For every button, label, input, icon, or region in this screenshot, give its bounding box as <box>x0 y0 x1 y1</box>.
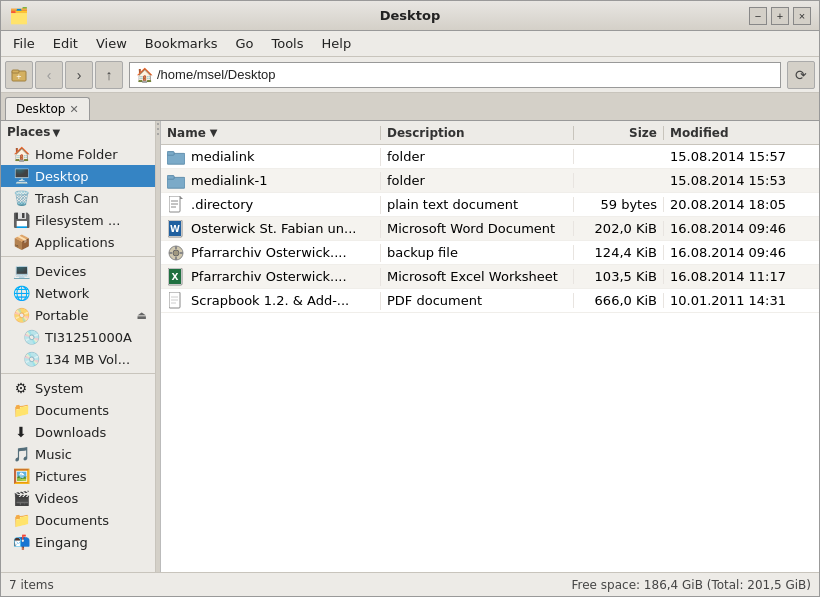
menu-help[interactable]: Help <box>314 34 360 53</box>
sidebar-item-label: Downloads <box>35 425 106 440</box>
file-name: Pfarrarchiv Osterwick.... <box>191 245 347 260</box>
col-header-modified[interactable]: Modified <box>664 126 819 140</box>
table-row[interactable]: .directory plain text document 59 bytes … <box>161 193 819 217</box>
close-button[interactable]: × <box>793 7 811 25</box>
file-modified: 15.08.2014 15:57 <box>670 149 786 164</box>
file-size: 124,4 KiB <box>595 245 657 260</box>
col-modified-label: Modified <box>670 126 729 140</box>
file-name: Pfarrarchiv Osterwick.... <box>191 269 347 284</box>
sidebar-divider-2 <box>1 373 155 374</box>
file-modified-cell: 16.08.2014 09:46 <box>664 245 819 260</box>
tab-close-button[interactable]: ✕ <box>70 103 79 116</box>
sort-arrow-icon: ▼ <box>210 127 218 138</box>
file-desc-cell: Microsoft Word Document <box>381 221 574 236</box>
column-headers: Name ▼ Description Size Modified <box>161 121 819 145</box>
up-button[interactable]: ↑ <box>95 61 123 89</box>
table-row[interactable]: Pfarrarchiv Osterwick.... backup file 12… <box>161 241 819 265</box>
back-button[interactable]: ‹ <box>35 61 63 89</box>
table-row[interactable]: medialink folder 15.08.2014 15:57 <box>161 145 819 169</box>
desktop-icon: 🖥️ <box>13 168 29 184</box>
sidebar-item-label: Network <box>35 286 89 301</box>
svg-text:X: X <box>172 272 179 282</box>
sidebar-item-eingang[interactable]: 📬 Eingang <box>1 531 155 553</box>
file-modified: 20.08.2014 18:05 <box>670 197 786 212</box>
sidebar-item-trash[interactable]: 🗑️ Trash Can <box>1 187 155 209</box>
minimize-button[interactable]: − <box>749 7 767 25</box>
main-window: 🗂️ Desktop − + × File Edit View Bookmark… <box>0 0 820 597</box>
sidebar-header-arrow: ▼ <box>52 127 60 138</box>
sidebar-item-portable[interactable]: 📀 Portable ⏏ <box>1 304 155 326</box>
sidebar-item-desktop[interactable]: 🖥️ Desktop <box>1 165 155 187</box>
menu-tools[interactable]: Tools <box>263 34 311 53</box>
sidebar-item-label: System <box>35 381 83 396</box>
sidebar-item-filesystem[interactable]: 💾 Filesystem ... <box>1 209 155 231</box>
file-description: plain text document <box>387 197 518 212</box>
new-folder-button[interactable]: + <box>5 61 33 89</box>
sidebar-item-ti31251000a[interactable]: 💿 TI31251000A <box>1 326 155 348</box>
maximize-button[interactable]: + <box>771 7 789 25</box>
sidebar-header-label: Places <box>7 125 50 139</box>
col-size-label: Size <box>629 126 657 140</box>
table-row[interactable]: Scrapbook 1.2. & Add-... PDF document 66… <box>161 289 819 313</box>
drive-icon-2: 💿 <box>23 351 39 367</box>
table-row[interactable]: W Osterwick St. Fabian un... Microsoft W… <box>161 217 819 241</box>
menu-edit[interactable]: Edit <box>45 34 86 53</box>
sidebar-item-system[interactable]: ⚙️ System <box>1 377 155 399</box>
table-row[interactable]: X Pfarrarchiv Osterwick.... Microsoft Ex… <box>161 265 819 289</box>
file-name-cell: Scrapbook 1.2. & Add-... <box>161 292 381 310</box>
sidebar-item-music[interactable]: 🎵 Music <box>1 443 155 465</box>
col-header-name[interactable]: Name ▼ <box>161 126 381 140</box>
items-count: 7 items <box>9 578 54 592</box>
sidebar-item-134mb[interactable]: 💿 134 MB Vol... <box>1 348 155 370</box>
file-desc-cell: backup file <box>381 245 574 260</box>
sidebar-item-documents2[interactable]: 📁 Documents <box>1 509 155 531</box>
devices-icon: 💻 <box>13 263 29 279</box>
sidebar-item-applications[interactable]: 📦 Applications <box>1 231 155 253</box>
reload-button[interactable]: ⟳ <box>787 61 815 89</box>
documents-icon: 📁 <box>13 402 29 418</box>
titlebar: 🗂️ Desktop − + × <box>1 1 819 31</box>
file-desc-cell: folder <box>381 149 574 164</box>
system-icon: ⚙️ <box>13 380 29 396</box>
col-desc-label: Description <box>387 126 465 140</box>
file-desc-cell: plain text document <box>381 197 574 212</box>
menu-view[interactable]: View <box>88 34 135 53</box>
sidebar-item-videos[interactable]: 🎬 Videos <box>1 487 155 509</box>
eject-button[interactable]: ⏏ <box>137 309 147 322</box>
col-header-size[interactable]: Size <box>574 126 664 140</box>
filesystem-icon: 💾 <box>13 212 29 228</box>
pictures-icon: 🖼️ <box>13 468 29 484</box>
sidebar-item-devices[interactable]: 💻 Devices <box>1 260 155 282</box>
sidebar-item-documents[interactable]: 📁 Documents <box>1 399 155 421</box>
forward-button[interactable]: › <box>65 61 93 89</box>
file-modified-cell: 16.08.2014 09:46 <box>664 221 819 236</box>
file-modified: 16.08.2014 11:17 <box>670 269 786 284</box>
applications-icon: 📦 <box>13 234 29 250</box>
main-area: Places ▼ 🏠 Home Folder 🖥️ Desktop 🗑️ Tra… <box>1 121 819 572</box>
sidebar-item-pictures[interactable]: 🖼️ Pictures <box>1 465 155 487</box>
file-description: Microsoft Excel Worksheet <box>387 269 558 284</box>
menu-file[interactable]: File <box>5 34 43 53</box>
home-icon: 🏠 <box>13 146 29 162</box>
svg-point-16 <box>173 250 179 256</box>
file-size: 59 bytes <box>601 197 658 212</box>
menubar: File Edit View Bookmarks Go Tools Help <box>1 31 819 57</box>
sidebar-item-home-folder[interactable]: 🏠 Home Folder <box>1 143 155 165</box>
trash-icon: 🗑️ <box>13 190 29 206</box>
address-input[interactable] <box>157 67 774 82</box>
file-modified-cell: 15.08.2014 15:57 <box>664 149 819 164</box>
file-description: folder <box>387 149 425 164</box>
sidebar-item-downloads[interactable]: ⬇️ Downloads <box>1 421 155 443</box>
menu-bookmarks[interactable]: Bookmarks <box>137 34 226 53</box>
menu-go[interactable]: Go <box>227 34 261 53</box>
file-size: 666,0 KiB <box>595 293 657 308</box>
sidebar-item-network[interactable]: 🌐 Network <box>1 282 155 304</box>
col-header-description[interactable]: Description <box>381 126 574 140</box>
table-row[interactable]: medialink-1 folder 15.08.2014 15:53 <box>161 169 819 193</box>
svg-rect-19 <box>169 252 172 254</box>
statusbar: 7 items Free space: 186,4 GiB (Total: 20… <box>1 572 819 596</box>
portable-icon: 📀 <box>13 307 29 323</box>
sidebar-item-label: Trash Can <box>35 191 99 206</box>
tab-desktop[interactable]: Desktop ✕ <box>5 97 90 120</box>
free-space-info: Free space: 186,4 GiB (Total: 201,5 GiB) <box>572 578 811 592</box>
